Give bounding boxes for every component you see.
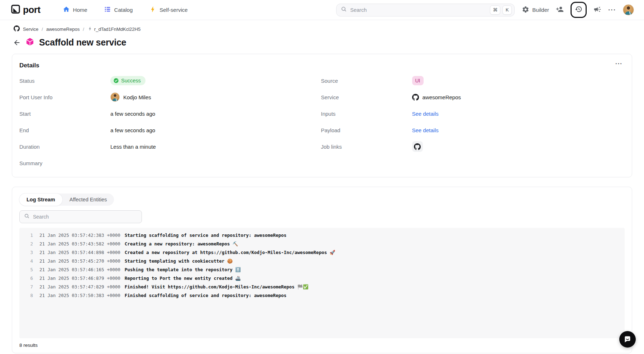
log-timestamp: 21 Jan 2025 03:57:50:383 +0000 xyxy=(39,291,120,300)
user-avatar[interactable] xyxy=(623,4,634,15)
check-circle-icon xyxy=(113,78,119,83)
breadcrumb-run[interactable]: r_dTad1FnMdKcl22H5 xyxy=(87,26,140,32)
detail-row-status: Status Success xyxy=(19,72,321,89)
log-timestamp: 21 Jan 2025 03:57:46:165 +0000 xyxy=(39,266,120,274)
bolt-icon xyxy=(87,26,92,32)
log-line-number: 8 xyxy=(19,291,33,300)
action-cube-icon xyxy=(25,37,34,48)
global-search[interactable]: ⌘ K xyxy=(336,4,515,16)
invite-users-button[interactable] xyxy=(556,5,564,15)
detail-row-duration: Duration Less than a minute xyxy=(19,138,321,155)
detail-row-job-links: Job links xyxy=(321,138,623,155)
details-right-column: Source UI Service awesomeRepos Inputs Se… xyxy=(321,72,623,171)
port-logo[interactable]: port xyxy=(11,4,40,15)
inputs-see-details-link[interactable]: See details xyxy=(412,111,439,117)
breadcrumb-separator: / xyxy=(42,27,43,32)
tab-affected-entities[interactable]: Affected Entities xyxy=(62,193,114,206)
log-timestamp: 21 Jan 2025 03:57:45:270 +0000 xyxy=(39,257,120,266)
nav-item-self-service[interactable]: Self-service xyxy=(149,6,187,14)
log-stream-area[interactable]: 1 21 Jan 2025 03:57:42:383 +0000 Startin… xyxy=(19,228,625,338)
results-count: 8 results xyxy=(19,343,625,348)
search-shortcut: ⌘ K xyxy=(490,5,512,15)
log-line: 4 21 Jan 2025 03:57:45:270 +0000 Startin… xyxy=(19,257,625,266)
duration-label: Duration xyxy=(19,144,110,150)
log-search-input[interactable] xyxy=(33,214,137,220)
summary-label: Summary xyxy=(19,160,110,166)
main-nav: Home Catalog Self-service xyxy=(63,6,188,14)
person-add-icon xyxy=(556,5,564,15)
log-line-number: 4 xyxy=(19,257,33,266)
gear-icon xyxy=(522,6,529,14)
builder-button[interactable]: Builder xyxy=(522,6,549,14)
chat-bubble-icon xyxy=(623,335,632,344)
global-search-input[interactable] xyxy=(350,7,487,13)
chat-launcher-button[interactable] xyxy=(619,331,636,348)
service-value[interactable]: awesomeRepos xyxy=(423,94,461,100)
nav-item-label: Home xyxy=(73,7,87,13)
builder-label: Builder xyxy=(532,7,549,13)
back-arrow-icon[interactable] xyxy=(13,39,21,47)
log-search[interactable] xyxy=(19,210,142,223)
log-message: Starting scaffolding of service and repo… xyxy=(125,231,287,240)
history-icon xyxy=(575,5,582,14)
detail-row-source: Source UI xyxy=(321,72,623,89)
user-info-avatar xyxy=(110,92,120,102)
log-line: 7 21 Jan 2025 03:57:47:829 +0000 Finishe… xyxy=(19,283,625,291)
lightning-icon xyxy=(149,6,156,14)
start-label: Start xyxy=(19,111,110,117)
k-key: K xyxy=(502,5,512,15)
tab-log-stream[interactable]: Log Stream xyxy=(19,193,62,206)
breadcrumb-entity[interactable]: awesomeRepos xyxy=(46,27,80,32)
payload-see-details-link[interactable]: See details xyxy=(412,127,439,133)
details-heading: Details xyxy=(19,62,622,69)
status-label: Status xyxy=(19,78,110,84)
title-row: Scaffold new service xyxy=(13,37,644,48)
more-menu-button[interactable]: ··· xyxy=(608,6,616,13)
breadcrumb-run-id: r_dTad1FnMdKcl22H5 xyxy=(94,27,140,32)
user-value: Kodjo Miles xyxy=(123,94,151,100)
log-timestamp: 21 Jan 2025 03:57:46:879 +0000 xyxy=(39,274,120,283)
detail-row-service: Service awesomeRepos xyxy=(321,89,623,105)
details-grid: Status Success Port User Info K xyxy=(19,72,622,171)
log-message: Finished scaffolding of service and repo… xyxy=(125,291,287,300)
detail-row-end: End a few seconds ago xyxy=(19,122,321,138)
nav-item-home[interactable]: Home xyxy=(63,6,87,14)
start-value: a few seconds ago xyxy=(110,111,155,117)
search-icon xyxy=(24,213,30,220)
detail-row-payload: Payload See details xyxy=(321,122,623,138)
end-label: End xyxy=(19,127,110,133)
github-icon xyxy=(414,143,421,150)
breadcrumb-service[interactable]: Service xyxy=(23,27,38,32)
job-link-github-button[interactable] xyxy=(412,141,423,152)
github-icon xyxy=(412,94,419,101)
log-line-number: 3 xyxy=(19,248,33,257)
nav-item-label: Self-service xyxy=(159,7,187,13)
details-card: Details ··· Status Success Port User Inf… xyxy=(12,54,632,177)
end-value: a few seconds ago xyxy=(110,127,155,133)
breadcrumb-separator: / xyxy=(83,27,84,32)
job-links-label: Job links xyxy=(321,144,412,150)
details-left-column: Status Success Port User Info K xyxy=(19,72,321,171)
log-line-number: 5 xyxy=(19,266,33,274)
detail-row-user: Port User Info Kodjo Miles xyxy=(19,89,321,105)
log-timestamp: 21 Jan 2025 03:57:47:829 +0000 xyxy=(39,283,120,291)
top-nav: port Home Catalog Self-service ⌘ xyxy=(0,0,644,20)
details-menu-button[interactable]: ··· xyxy=(615,61,622,67)
runs-history-button-highlighted[interactable] xyxy=(571,2,587,18)
breadcrumb: Service / awesomeRepos / r_dTad1FnMdKcl2… xyxy=(14,25,644,33)
catalog-icon xyxy=(104,6,111,14)
announcements-button[interactable] xyxy=(593,5,601,15)
log-message: Creating a new repository: awesomeRepos … xyxy=(125,240,238,248)
nav-item-catalog[interactable]: Catalog xyxy=(104,6,133,14)
log-line: 5 21 Jan 2025 03:57:46:165 +0000 Pushing… xyxy=(19,266,625,274)
service-value-wrap: awesomeRepos xyxy=(412,94,461,101)
log-line: 6 21 Jan 2025 03:57:46:879 +0000 Reporti… xyxy=(19,274,625,283)
source-badge: UI xyxy=(412,76,424,85)
log-message: Reporting to Port the new entity created… xyxy=(125,274,241,283)
detail-row-summary: Summary xyxy=(19,155,321,171)
nav-item-label: Catalog xyxy=(114,7,133,13)
log-timestamp: 21 Jan 2025 03:57:42:383 +0000 xyxy=(39,231,120,240)
log-line: 3 21 Jan 2025 03:57:44:898 +0000 Created… xyxy=(19,248,625,257)
page-title: Scaffold new service xyxy=(39,37,126,48)
log-line-number: 1 xyxy=(19,231,33,240)
